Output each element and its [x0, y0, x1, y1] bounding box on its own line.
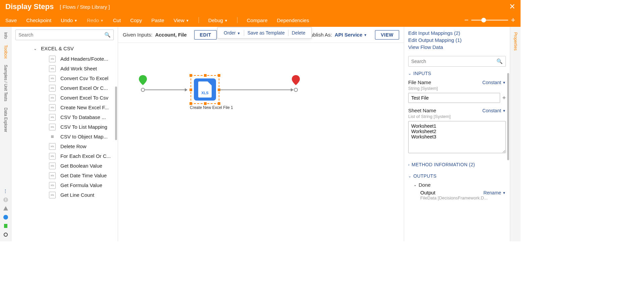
zoom-out-button[interactable]: −: [464, 16, 469, 24]
toolbox-item[interactable]: ≡CSV to Object Map...: [15, 132, 118, 141]
toolbox-item[interactable]: xlsConvert Excel Or C...: [15, 83, 118, 93]
chevron-down-icon: ⌄: [34, 46, 37, 51]
sheet-name-mapping-label: Constant: [482, 108, 501, 113]
ctx-delete[interactable]: Delete: [289, 29, 308, 36]
edit-output-mapping-link[interactable]: Edit Output Mapping (1): [408, 37, 506, 43]
toolbox-item[interactable]: xlsAdd Work Sheet: [15, 64, 118, 73]
output-label: Output: [420, 190, 435, 195]
section-outputs[interactable]: ⌄ OUTPUTS: [404, 169, 510, 181]
add-file-name-button[interactable]: +: [502, 95, 506, 102]
toolbox-item[interactable]: xlsGet Line Count: [15, 190, 118, 200]
toolbox-item[interactable]: xlsCSV To List Mapping: [15, 122, 118, 132]
flow-end-node[interactable]: [292, 75, 300, 86]
scrollbar[interactable]: [115, 86, 117, 140]
toolbox-item[interactable]: xlsFor Each Excel Or C...: [15, 151, 118, 161]
step-badge: XLS: [201, 91, 208, 95]
view-button[interactable]: VIEW: [375, 30, 399, 40]
alert-icon[interactable]: [3, 197, 8, 202]
file-name-mapping[interactable]: Constant ▼: [482, 79, 506, 85]
toolbox-item-label: Add Work Sheet: [60, 66, 97, 71]
properties-search[interactable]: 🔍: [408, 56, 506, 67]
edit-input-mappings-link[interactable]: Edit Input Mappings (2): [408, 30, 506, 36]
toolbox-item[interactable]: xlsGet Boolean Value: [15, 161, 118, 171]
view-label: View: [174, 17, 184, 23]
toolbox-item-label: CSV To Database ...: [60, 114, 106, 120]
save-button[interactable]: Save: [5, 17, 17, 23]
compare-button[interactable]: Compare: [247, 17, 268, 23]
toolbox-item[interactable]: xlsConvert Csv To Excel: [15, 73, 118, 83]
file-name-input[interactable]: [408, 93, 500, 103]
chevron-down-icon: ⌄: [408, 71, 411, 76]
step-context-menu: Order ▼ Save as Template Delete: [217, 27, 312, 39]
publish-as-select[interactable]: API Service ▼: [335, 32, 367, 38]
tool-file-icon: ≡: [49, 133, 56, 140]
tab-samples[interactable]: Samples / Unit Tests: [2, 63, 9, 103]
checkpoint-button[interactable]: Checkpoint: [26, 17, 51, 23]
sheet-name-input[interactable]: [408, 121, 506, 153]
menu-divider: [288, 30, 288, 36]
toolbox-search-input[interactable]: [18, 32, 104, 38]
zoom-slider[interactable]: [471, 20, 508, 20]
toolbox-item[interactable]: xlsDelete Row: [15, 141, 118, 151]
tab-info[interactable]: Info: [2, 30, 9, 41]
toolbox-item[interactable]: xlsCSV To Database ...: [15, 112, 118, 122]
toolbox-item[interactable]: xlsGet Date Time Value: [15, 171, 118, 180]
document-icon[interactable]: [3, 223, 8, 229]
debug-label: Debug: [208, 17, 223, 23]
toolbox-item[interactable]: xlsGet Formula Value: [15, 180, 118, 190]
toolbox-item[interactable]: xlsCreate New Excel F...: [15, 103, 118, 112]
chevron-down-icon: ▼: [100, 19, 104, 22]
close-icon[interactable]: ✕: [509, 2, 515, 11]
zoom-thumb[interactable]: [481, 18, 486, 22]
start-pin-icon: [139, 75, 147, 85]
file-name-type: String [System]: [408, 86, 506, 91]
end-connector[interactable]: [294, 88, 298, 92]
toolbox-search[interactable]: 🔍: [15, 29, 114, 40]
debug-button[interactable]: Debug▼: [208, 17, 228, 23]
start-connector[interactable]: [141, 88, 145, 92]
redo-label: Redo: [87, 17, 99, 23]
selection-handle[interactable]: [190, 74, 192, 77]
section-method-info[interactable]: › METHOD INFORMATION (2): [404, 158, 510, 169]
tab-data-explorer[interactable]: Data Explorer: [2, 106, 9, 134]
warning-icon[interactable]: [3, 206, 8, 211]
edit-inputs-button[interactable]: EDIT: [194, 30, 217, 40]
selection-handle[interactable]: [218, 102, 220, 105]
selection-handle[interactable]: [204, 74, 207, 77]
output-rename-link[interactable]: Rename ▼: [483, 190, 506, 195]
ctx-order[interactable]: Order ▼: [221, 29, 243, 36]
paste-button[interactable]: Paste: [151, 17, 164, 23]
flow-edge: [145, 89, 187, 90]
flow-step-node[interactable]: XLS Create New Excel File 1: [190, 75, 220, 110]
copy-button[interactable]: Copy: [130, 17, 142, 23]
scrollbar[interactable]: [507, 73, 509, 160]
gear-icon[interactable]: [3, 232, 8, 237]
toolbox-item[interactable]: xlsConvert Excel To Csv: [15, 93, 118, 103]
toolbox-item[interactable]: xlsAdd Headers/Foote...: [15, 54, 118, 64]
more-icon[interactable]: ⋮: [3, 188, 8, 194]
sheet-name-mapping[interactable]: Constant ▼: [482, 108, 506, 113]
zoom-in-button[interactable]: +: [511, 16, 515, 24]
properties-search-input[interactable]: [411, 59, 496, 64]
undo-button[interactable]: Undo▼: [61, 17, 77, 23]
ctx-save-template[interactable]: Save as Template: [245, 29, 287, 36]
flow-start-node[interactable]: [139, 75, 147, 86]
view-button[interactable]: View▼: [174, 17, 189, 23]
output-done-group[interactable]: ⌄ Done: [414, 182, 506, 188]
chat-icon[interactable]: [3, 215, 8, 220]
selection-handle[interactable]: [204, 102, 207, 105]
selection-handle[interactable]: [190, 102, 192, 105]
redo-button[interactable]: Redo▼: [87, 17, 104, 23]
cut-button[interactable]: Cut: [113, 17, 121, 23]
section-inputs[interactable]: ⌄ INPUTS: [404, 67, 510, 78]
tab-properties[interactable]: Properties: [512, 30, 519, 53]
view-flow-data-link[interactable]: View Flow Data: [408, 44, 506, 50]
tab-toolbox[interactable]: Toolbox: [2, 43, 9, 61]
selection-handle[interactable]: [218, 74, 220, 77]
selection-handle[interactable]: [190, 88, 192, 91]
toolbox-category[interactable]: ⌄ EXCEL & CSV: [15, 43, 118, 54]
menu-divider: [199, 17, 199, 23]
tool-file-icon: xls: [49, 75, 56, 82]
tool-file-icon: xls: [49, 104, 56, 111]
dependencies-button[interactable]: Dependencies: [277, 17, 309, 23]
